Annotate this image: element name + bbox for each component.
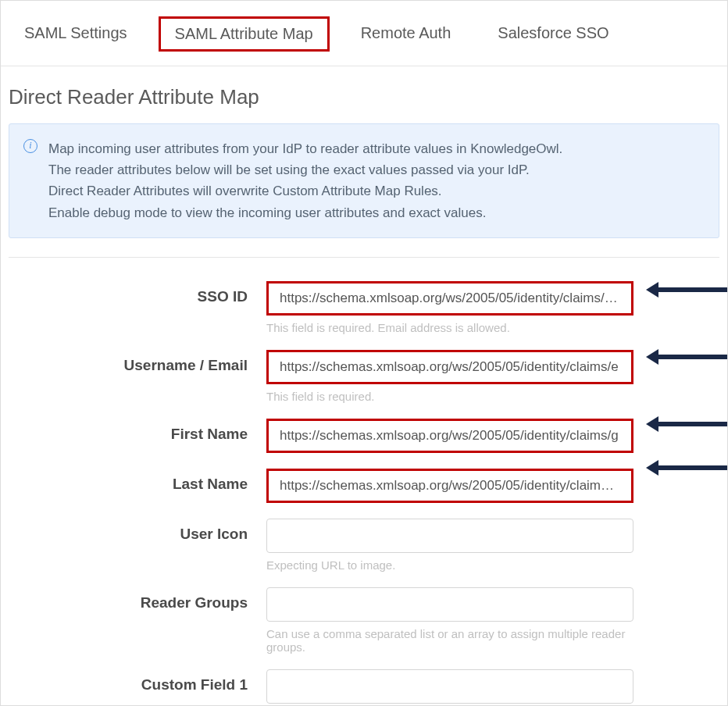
input-reader-groups[interactable] <box>266 587 633 622</box>
label-sso-id: SSO ID <box>9 281 266 305</box>
arrow-icon <box>657 287 728 292</box>
info-line: Direct Reader Attributes will overwrite … <box>48 180 703 201</box>
form-row-custom-1: Custom Field 1 <box>1 669 727 704</box>
label-reader-groups: Reader Groups <box>9 587 266 612</box>
input-sso-id[interactable] <box>266 281 633 316</box>
info-line: Enable debug mode to view the incoming u… <box>48 202 703 223</box>
tab-salesforce-sso[interactable]: Salesforce SSO <box>482 16 624 52</box>
info-line: Map incoming user attributes from your I… <box>48 138 703 159</box>
input-user-icon[interactable] <box>266 519 633 553</box>
info-box: Map incoming user attributes from your I… <box>9 123 719 238</box>
label-last-name: Last Name <box>9 469 266 493</box>
input-custom-1[interactable] <box>266 669 633 704</box>
input-username[interactable] <box>266 350 633 384</box>
tab-saml-settings[interactable]: SAML Settings <box>9 16 143 52</box>
info-icon <box>23 139 37 153</box>
help-user-icon: Expecting URL to image. <box>266 558 633 572</box>
label-username: Username / Email <box>9 350 266 374</box>
form-row-reader-groups: Reader Groups Can use a comma separated … <box>1 587 727 654</box>
page-title: Direct Reader Attribute Map <box>1 66 727 123</box>
form-row-last-name: Last Name <box>1 469 727 503</box>
form-row-sso-id: SSO ID This field is required. Email add… <box>1 281 727 334</box>
input-last-name[interactable] <box>266 469 633 503</box>
form-row-first-name: First Name <box>1 419 727 453</box>
label-custom-1: Custom Field 1 <box>9 669 266 694</box>
tab-bar: SAML Settings SAML Attribute Map Remote … <box>1 1 727 66</box>
help-reader-groups: Can use a comma separated list or an arr… <box>266 627 633 654</box>
arrow-icon <box>657 465 728 470</box>
divider <box>9 257 719 258</box>
input-first-name[interactable] <box>266 419 633 453</box>
form-row-user-icon: User Icon Expecting URL to image. <box>1 519 727 572</box>
info-line: The reader attributes below will be set … <box>48 159 703 180</box>
arrow-icon <box>657 422 728 426</box>
tab-remote-auth[interactable]: Remote Auth <box>345 16 467 52</box>
form-row-username: Username / Email This field is required. <box>1 350 727 403</box>
help-sso-id: This field is required. Email address is… <box>266 321 633 334</box>
arrow-icon <box>657 355 728 359</box>
label-first-name: First Name <box>9 419 266 443</box>
help-username: This field is required. <box>266 390 633 403</box>
label-user-icon: User Icon <box>9 519 266 543</box>
tab-saml-attribute-map[interactable]: SAML Attribute Map <box>159 16 330 52</box>
